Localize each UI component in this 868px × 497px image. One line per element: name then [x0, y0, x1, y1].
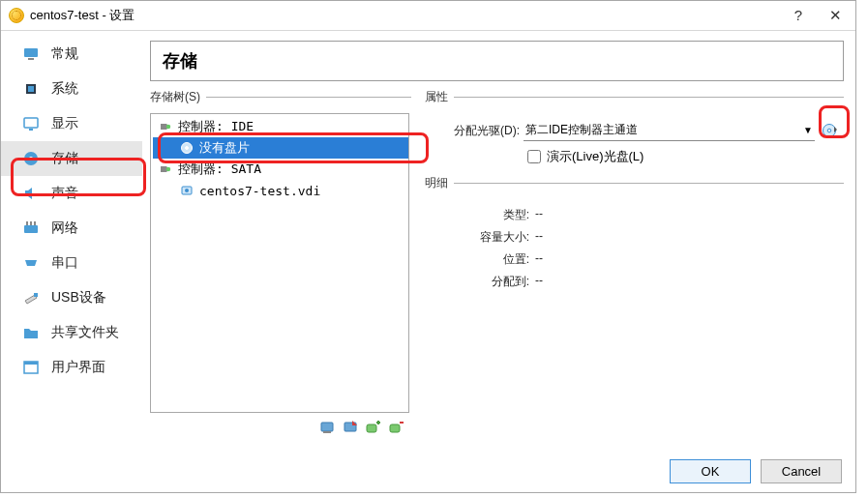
detail-value: -- [535, 251, 543, 268]
live-cd-checkbox[interactable] [527, 150, 541, 163]
detail-label: 容量大小: [434, 229, 535, 246]
details-legend: 明细 [425, 175, 454, 191]
detail-value: -- [535, 207, 543, 223]
speaker-icon [22, 185, 40, 202]
folder-icon [22, 324, 40, 341]
window-title: centos7-test - 设置 [30, 7, 135, 24]
content: 存储 存储树(S) 控制器: IDE没有盘片控制器: SATAcentos7-t… [142, 31, 855, 450]
sidebar-item-label: USB设备 [51, 289, 106, 307]
tree-node-1[interactable]: 没有盘片 [153, 137, 408, 159]
tree-node-2[interactable]: 控制器: SATA [153, 159, 408, 180]
svg-rect-25 [390, 424, 400, 432]
sidebar-item-label: 声音 [51, 185, 78, 202]
svg-rect-3 [28, 86, 34, 92]
sidebar-item-4[interactable]: 声音 [1, 176, 142, 211]
svg-rect-22 [323, 431, 331, 433]
sidebar-item-label: 系统 [51, 80, 78, 98]
svg-rect-4 [24, 118, 38, 128]
tree-node-0[interactable]: 控制器: IDE [153, 116, 408, 137]
drive-label: 分配光驱(D): [434, 123, 524, 139]
storage-tree[interactable]: 控制器: IDE没有盘片控制器: SATAcentos7-test.vdi [150, 113, 409, 413]
detail-label: 分配到: [434, 274, 535, 290]
sidebar-item-6[interactable]: 串口 [1, 246, 142, 280]
controller-icon [159, 120, 172, 133]
disc-icon [180, 141, 194, 155]
svg-rect-8 [24, 225, 38, 233]
drive-value: 第二IDE控制器主通道 [525, 122, 638, 138]
svg-rect-21 [321, 423, 333, 431]
svg-rect-0 [24, 48, 38, 57]
ok-button[interactable]: OK [670, 459, 751, 483]
footer: OK Cancel [1, 450, 855, 492]
detail-row: 类型:-- [434, 207, 842, 223]
page-title: 存储 [150, 41, 844, 81]
tree-node-label: 没有盘片 [199, 139, 250, 157]
tree-legend: 存储树(S) [150, 89, 206, 105]
sidebar-item-9[interactable]: 用户界面 [1, 350, 142, 385]
optical-drive-select[interactable]: 第二IDE控制器主通道 ▼ [524, 120, 815, 141]
svg-rect-9 [26, 221, 28, 225]
svg-rect-11 [34, 221, 36, 225]
details-group: 明细 类型:--容量大小:--位置:--分配到:-- [425, 175, 844, 298]
help-button[interactable]: ? [789, 7, 808, 24]
sidebar-item-7[interactable]: USB设备 [1, 280, 142, 315]
svg-point-18 [166, 167, 170, 171]
remove-controller-button[interactable] [342, 419, 359, 436]
sidebar-item-0[interactable]: 常规 [1, 37, 142, 72]
svg-point-27 [827, 129, 831, 132]
settings-window: centos7-test - 设置 ? ✕ 常规系统显示存储声音网络串口USB设… [0, 0, 856, 493]
sidebar-item-label: 共享文件夹 [51, 324, 119, 341]
sidebar-item-1[interactable]: 系统 [1, 72, 142, 106]
detail-row: 位置:-- [434, 251, 842, 268]
svg-rect-1 [28, 58, 34, 60]
titlebar-actions: ? ✕ [789, 7, 848, 24]
add-controller-button[interactable] [318, 419, 336, 436]
live-cd-label: 演示(Live)光盘(L) [547, 148, 644, 165]
body: 常规系统显示存储声音网络串口USB设备共享文件夹用户界面 存储 存储树(S) 控… [1, 31, 855, 450]
detail-value: -- [535, 274, 543, 290]
titlebar: centos7-test - 设置 ? ✕ [1, 1, 855, 31]
serial-icon [22, 254, 40, 272]
sidebar-item-label: 网络 [51, 219, 78, 237]
controller-icon [159, 162, 172, 176]
sidebar-item-8[interactable]: 共享文件夹 [1, 315, 142, 350]
ui-icon [22, 359, 40, 376]
svg-point-20 [185, 189, 189, 192]
sidebar-item-label: 显示 [51, 115, 78, 132]
chevron-down-icon: ▼ [803, 125, 813, 135]
tree-node-label: centos7-test.vdi [199, 184, 320, 198]
tree-node-label: 控制器: IDE [178, 118, 254, 135]
tree-group: 存储树(S) 控制器: IDE没有盘片控制器: SATAcentos7-test… [150, 89, 411, 436]
hdd-icon [180, 184, 194, 197]
col-tree: 存储树(S) 控制器: IDE没有盘片控制器: SATAcentos7-test… [150, 89, 411, 440]
svg-rect-5 [29, 129, 33, 131]
sidebar: 常规系统显示存储声音网络串口USB设备共享文件夹用户界面 [1, 31, 142, 450]
detail-label: 类型: [434, 207, 535, 223]
sidebar-item-5[interactable]: 网络 [1, 211, 142, 246]
svg-rect-10 [30, 221, 32, 225]
svg-rect-14 [24, 362, 38, 365]
close-button[interactable]: ✕ [823, 7, 848, 24]
detail-label: 位置: [434, 251, 535, 268]
tree-toolbar [150, 413, 409, 436]
sidebar-item-2[interactable]: 显示 [1, 106, 142, 141]
add-attachment-button[interactable] [365, 419, 382, 436]
display-icon [22, 115, 40, 132]
remove-attachment-button[interactable] [388, 419, 405, 436]
svg-point-17 [186, 147, 189, 150]
tree-node-label: 控制器: SATA [178, 161, 261, 178]
choose-disc-button[interactable] [822, 122, 839, 139]
sidebar-item-label: 用户界面 [51, 359, 105, 376]
sidebar-item-3[interactable]: 存储 [1, 141, 142, 176]
sidebar-item-label: 串口 [51, 254, 78, 272]
two-col: 存储树(S) 控制器: IDE没有盘片控制器: SATAcentos7-test… [150, 89, 844, 440]
cancel-button[interactable]: Cancel [761, 459, 842, 483]
tree-node-3[interactable]: centos7-test.vdi [153, 180, 408, 201]
disk-icon [22, 150, 40, 167]
sidebar-item-label: 常规 [51, 45, 78, 63]
monitor-icon [22, 45, 40, 63]
svg-rect-12 [34, 293, 38, 297]
usb-icon [22, 289, 40, 307]
attrs-group: 属性 分配光驱(D): 第二IDE控制器主通道 ▼ [425, 89, 844, 175]
chip-icon [22, 80, 40, 98]
